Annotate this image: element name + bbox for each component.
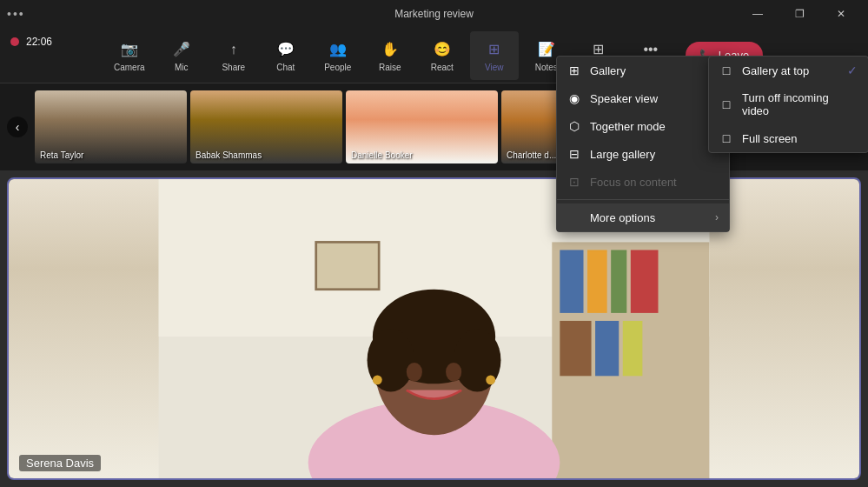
speaker-menu-label: Speaker view [590, 92, 658, 105]
statusbar: 22:06 [0, 28, 63, 56]
submenu-gallery-at-top[interactable]: □ Gallery at top ✓ [709, 57, 868, 84]
mic-icon: 🎤 [171, 39, 192, 60]
participant-name-3: Danielle Booker [351, 150, 413, 160]
recording-indicator [10, 37, 19, 46]
speaker-background [9, 179, 859, 478]
turn-off-video-label: Turn off incoming video [742, 91, 858, 117]
svg-rect-5 [611, 250, 626, 312]
participant-name-4: Charlotte d... [507, 150, 556, 160]
speaker-view: Serena Davis [7, 177, 861, 480]
svg-rect-9 [623, 321, 643, 376]
svg-point-17 [407, 363, 422, 382]
large-gallery-menu-label: Large gallery [590, 148, 655, 161]
full-screen-label: Full screen [742, 132, 798, 145]
speaker-name-label: Serena Davis [19, 455, 101, 471]
camera-icon: 📷 [119, 39, 140, 60]
view-dropdown-menu: ⊞ Gallery ◉ Speaker view ✓ ⬡ Together mo… [556, 56, 730, 232]
more-options-submenu: □ Gallery at top ✓ □ Turn off incoming v… [708, 56, 868, 153]
turn-off-video-icon: □ [719, 97, 733, 111]
svg-point-20 [486, 375, 495, 384]
submenu-turn-off-video[interactable]: □ Turn off incoming video [709, 84, 868, 124]
large-gallery-menu-icon: ⊟ [567, 147, 581, 161]
close-button[interactable]: ✕ [821, 0, 861, 28]
participant-name-1: Reta Taylor [40, 150, 83, 160]
minimize-button[interactable]: — [738, 0, 778, 28]
together-menu-label: Together mode [590, 120, 666, 133]
svg-point-19 [373, 375, 382, 384]
more-options-icon [567, 210, 581, 224]
people-icon: 👥 [328, 39, 348, 60]
titlebar: ••• Marketing review — ❐ ✕ [0, 0, 868, 28]
gallery-menu-label: Gallery [590, 64, 626, 77]
view-menu-speaker[interactable]: ◉ Speaker view ✓ [557, 84, 729, 112]
restore-button[interactable]: ❐ [779, 0, 819, 28]
share-icon: ↑ [223, 39, 244, 60]
mic-button[interactable]: 🎤 Mic [157, 31, 206, 80]
svg-point-18 [446, 363, 461, 382]
react-button[interactable]: 😊 React [418, 31, 467, 80]
together-menu-icon: ⬡ [567, 119, 581, 133]
share-button[interactable]: ↑ Share [209, 31, 258, 80]
view-menu-large-gallery[interactable]: ⊟ Large gallery [557, 140, 729, 168]
gallery-menu-icon: ⊞ [567, 63, 581, 77]
view-menu-focus: ⊡ Focus on content [557, 168, 729, 196]
notes-icon: 📝 [536, 39, 557, 60]
chat-button[interactable]: 💬 Chat [262, 31, 310, 80]
more-options-arrow-icon: › [715, 211, 719, 223]
gallery-prev-button[interactable]: ‹ [7, 117, 28, 137]
speaker-figure [9, 179, 859, 478]
view-menu-more-options[interactable]: More options › [557, 203, 729, 231]
focus-menu-icon: ⊡ [567, 175, 581, 189]
svg-rect-3 [560, 250, 583, 312]
chat-icon: 💬 [275, 39, 296, 60]
people-button[interactable]: 👥 People [314, 31, 362, 80]
svg-rect-6 [631, 250, 659, 312]
gallery-thumb-1[interactable]: Reta Taylor [35, 90, 187, 163]
svg-rect-7 [560, 321, 591, 376]
svg-rect-4 [587, 250, 607, 312]
gallery-at-top-check-icon: ✓ [847, 63, 858, 77]
gallery-at-top-icon: □ [719, 63, 733, 77]
gallery-at-top-label: Gallery at top [742, 64, 809, 77]
titlebar-controls: — ❐ ✕ [738, 0, 861, 28]
speaker-menu-icon: ◉ [567, 91, 581, 105]
raise-button[interactable]: ✋ Raise [366, 31, 414, 80]
view-menu-together[interactable]: ⬡ Together mode [557, 112, 729, 140]
view-button[interactable]: ⊞ View [470, 31, 519, 80]
raise-icon: ✋ [380, 39, 401, 60]
svg-rect-8 [595, 321, 619, 376]
view-menu-gallery[interactable]: ⊞ Gallery [557, 57, 729, 84]
focus-menu-label: Focus on content [590, 176, 677, 189]
gallery-thumb-3[interactable]: Danielle Booker [346, 90, 498, 163]
participant-name-2: Babak Shammas [195, 150, 262, 160]
camera-button[interactable]: 📷 Camera [105, 31, 154, 80]
submenu-full-screen[interactable]: □ Full screen [709, 124, 868, 152]
titlebar-title: Marketing review [394, 8, 474, 20]
react-icon: 😊 [432, 39, 453, 60]
gallery-thumb-2[interactable]: Babak Shammas [190, 90, 342, 163]
svg-rect-10 [316, 242, 379, 289]
call-timer: 22:06 [26, 36, 52, 48]
titlebar-dots: ••• [7, 7, 25, 21]
full-screen-icon: □ [719, 131, 733, 145]
menu-divider [557, 199, 729, 200]
more-options-label: More options [590, 211, 655, 224]
view-icon: ⊞ [484, 39, 505, 60]
